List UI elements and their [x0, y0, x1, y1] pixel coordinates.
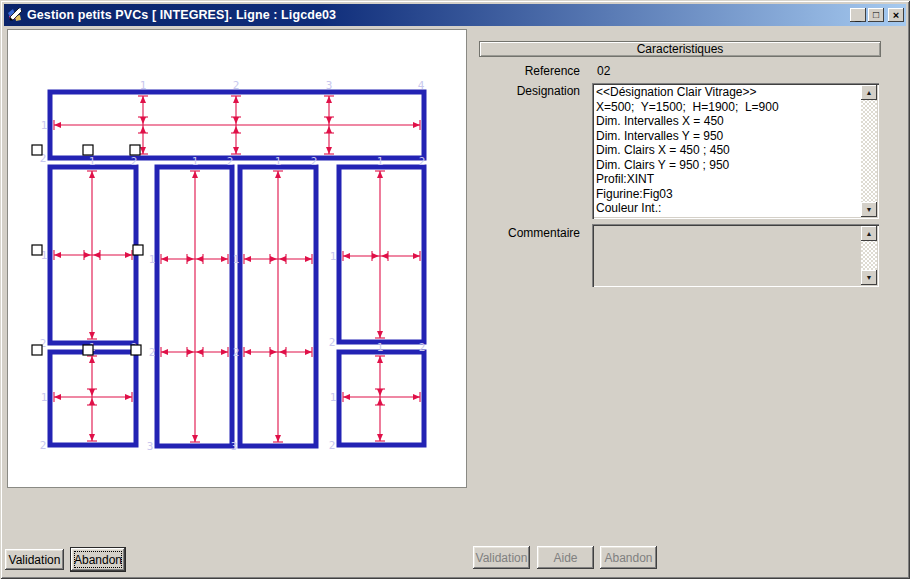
- dimension-lines: [343, 356, 420, 441]
- dimension-lines: [54, 356, 132, 441]
- commentaire-label: Commentaire: [470, 226, 580, 240]
- abandon-button[interactable]: Abandon: [71, 548, 125, 571]
- selection-handle[interactable]: [133, 245, 143, 255]
- svg-text:2: 2: [149, 346, 156, 359]
- designation-scrollbar[interactable]: ▲ ▼: [861, 85, 877, 217]
- svg-text:1: 1: [233, 253, 240, 266]
- scroll-down-button[interactable]: ▼: [861, 202, 877, 217]
- commentaire-scrollbar[interactable]: ▲ ▼: [861, 226, 877, 285]
- scroll-up-button[interactable]: ▲: [861, 226, 877, 241]
- caracteristiques-header: Caracteristiques: [479, 41, 881, 57]
- svg-text:2: 2: [419, 341, 426, 354]
- svg-text:3: 3: [147, 440, 154, 453]
- close-icon: ×: [893, 10, 899, 20]
- scroll-down-icon: ▼: [866, 274, 873, 281]
- pvc-frame[interactable]: [339, 167, 424, 342]
- svg-text:1: 1: [41, 391, 48, 404]
- reference-label: Reference: [470, 64, 580, 78]
- selection-handle[interactable]: [32, 245, 42, 255]
- minimize-button[interactable]: _: [850, 8, 866, 22]
- validation-button-right[interactable]: Validation: [473, 546, 530, 569]
- dimension-lines: [343, 171, 420, 338]
- commentaire-textarea[interactable]: ▲ ▼: [592, 224, 879, 287]
- scroll-up-icon: ▲: [866, 230, 873, 237]
- minimize-icon: _: [855, 12, 861, 22]
- svg-text:1: 1: [330, 250, 337, 263]
- dimension-lines: [54, 96, 420, 154]
- svg-text:1: 1: [149, 253, 156, 266]
- app-icon: [7, 7, 23, 23]
- selection-handle[interactable]: [83, 145, 93, 155]
- designation-label: Designation: [470, 84, 580, 98]
- aide-button[interactable]: Aide: [537, 546, 594, 569]
- window-title: Gestion petits PVCs [ INTEGRES]. Ligne :…: [27, 8, 848, 22]
- maximize-button[interactable]: □: [868, 8, 884, 22]
- pvc-frame[interactable]: [339, 352, 424, 445]
- svg-text:2: 2: [311, 155, 318, 168]
- dimension-lines: [54, 171, 132, 339]
- scroll-down-button[interactable]: ▼: [861, 270, 877, 285]
- application-window: Gestion petits PVCs [ INTEGRES]. Ligne :…: [0, 0, 910, 579]
- designation-text: <<Désignation Clair Vitrage>>X=500; Y=15…: [596, 85, 860, 217]
- svg-text:1: 1: [140, 79, 147, 92]
- svg-text:2: 2: [227, 155, 234, 168]
- svg-text:1: 1: [89, 155, 96, 168]
- svg-text:2: 2: [233, 346, 240, 359]
- svg-text:2: 2: [131, 155, 138, 168]
- title-bar: Gestion petits PVCs [ INTEGRES]. Ligne :…: [4, 4, 906, 26]
- drawing-canvas[interactable]: 12341212121212121231231212121212: [7, 29, 467, 488]
- svg-text:1: 1: [192, 155, 199, 168]
- dimension-lines: [244, 171, 312, 442]
- selection-handle[interactable]: [32, 145, 42, 155]
- selection-handle[interactable]: [32, 345, 42, 355]
- svg-text:2: 2: [419, 155, 426, 168]
- svg-text:2: 2: [40, 439, 47, 452]
- svg-text:1: 1: [330, 391, 337, 404]
- svg-text:1: 1: [377, 341, 384, 354]
- svg-text:4: 4: [418, 79, 425, 92]
- dimension-lines: [161, 171, 228, 442]
- selection-handle[interactable]: [83, 345, 93, 355]
- designation-textarea[interactable]: <<Désignation Clair Vitrage>>X=500; Y=15…: [592, 83, 879, 219]
- svg-text:1: 1: [377, 155, 384, 168]
- scroll-down-icon: ▼: [866, 206, 873, 213]
- svg-text:3: 3: [326, 79, 333, 92]
- abandon-button-right[interactable]: Abandon: [600, 546, 657, 569]
- close-button[interactable]: ×: [888, 8, 904, 22]
- selection-handle[interactable]: [131, 345, 141, 355]
- scroll-up-icon: ▲: [866, 89, 873, 96]
- validation-button[interactable]: Validation: [5, 549, 64, 570]
- reference-value: 02: [597, 64, 610, 78]
- scroll-up-button[interactable]: ▲: [861, 85, 877, 100]
- svg-text:2: 2: [233, 79, 240, 92]
- pvc-frame[interactable]: [50, 352, 136, 445]
- svg-text:1: 1: [41, 119, 48, 132]
- svg-text:1: 1: [275, 155, 282, 168]
- maximize-icon: □: [873, 10, 879, 20]
- svg-text:3: 3: [231, 440, 238, 453]
- svg-text:2: 2: [329, 439, 336, 452]
- svg-text:2: 2: [329, 336, 336, 349]
- selection-handle[interactable]: [130, 145, 140, 155]
